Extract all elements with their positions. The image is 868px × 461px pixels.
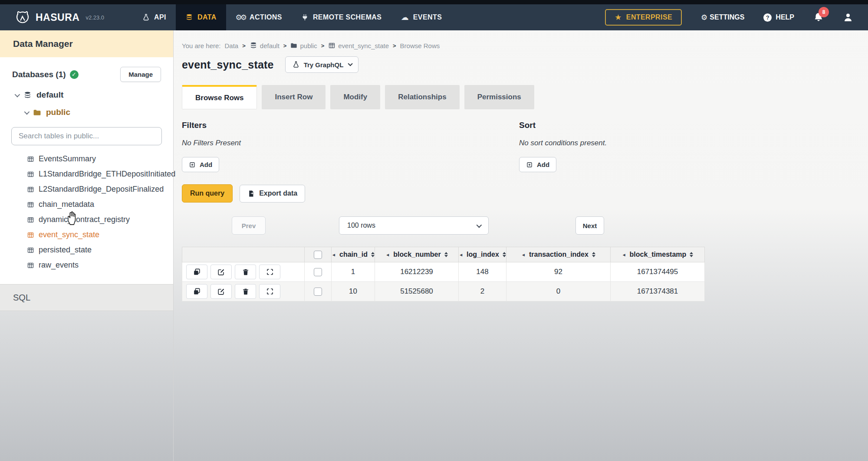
tab-label: Relationships (398, 93, 446, 101)
plug-icon (301, 13, 309, 21)
sidebar-item-sql[interactable]: SQL (0, 284, 173, 311)
row-edit-button[interactable] (210, 265, 232, 279)
row-expand-button[interactable] (259, 265, 280, 279)
tab-modify[interactable]: Modify (330, 85, 380, 109)
row-edit-button[interactable] (210, 284, 232, 299)
breadcrumb-label: Browse Rows (400, 42, 440, 49)
sidebar-item-table-event_sync_state[interactable]: event_sync_state (0, 227, 173, 242)
breadcrumb-separator: > (283, 43, 287, 49)
settings-button[interactable]: ⚙ SETTINGS (701, 13, 744, 21)
browse-rows-table: ◄chain_id◄block_number◄log_index◄transac… (182, 247, 705, 301)
row-expand-button[interactable] (259, 284, 280, 299)
sidebar-item-table-L2StandardBridge_DepositFinalized[interactable]: L2StandardBridge_DepositFinalized (0, 182, 173, 197)
table-cell: 2 (459, 282, 506, 301)
page-size-select[interactable]: 100 rows (339, 216, 489, 235)
chevron-down-icon (24, 109, 30, 114)
sidebar-item-table-chain_metadata[interactable]: chain_metadata (0, 197, 173, 212)
run-query-button[interactable]: Run query (182, 184, 233, 203)
next-page-button[interactable]: Next (575, 216, 604, 235)
table-name-label: EventsSummary (39, 154, 96, 163)
column-sort-control[interactable]: ◄log_index (459, 251, 506, 258)
tab-relationships[interactable]: Relationships (385, 85, 459, 109)
export-data-button[interactable]: Export data (240, 185, 305, 203)
column-sort-control[interactable]: ◄block_timestamp (611, 251, 704, 258)
column-name: log_index (467, 251, 499, 258)
add-filter-button[interactable]: Add (182, 157, 219, 172)
sidebar-item-table-L1StandardBridge_ETHDepositInitiated[interactable]: L1StandardBridge_ETHDepositInitiated (0, 167, 173, 182)
table-cell: 10 (332, 282, 375, 301)
breadcrumb-item-default[interactable]: default (250, 42, 279, 49)
breadcrumb-item-data[interactable]: Data (225, 42, 239, 49)
folder-icon (33, 108, 41, 117)
breadcrumb: You are here: Data>default>public>event_… (182, 42, 868, 49)
user-icon (843, 12, 853, 23)
row-checkbox[interactable] (314, 288, 322, 296)
sidebar-item-table-persisted_state[interactable]: persisted_state (0, 242, 173, 258)
row-copy-button[interactable] (186, 284, 207, 299)
nav-item-label: DATA (197, 13, 217, 21)
breadcrumb-label: Data (225, 42, 239, 49)
settings-label: SETTINGS (710, 13, 744, 21)
row-trash-button[interactable] (235, 265, 256, 279)
table-name-label: event_sync_state (39, 230, 99, 239)
prev-page-button[interactable]: Prev (232, 216, 266, 235)
row-trash-button[interactable] (235, 284, 256, 299)
nav-item-data[interactable]: DATA (176, 4, 226, 30)
column-sort-control[interactable]: ◄transaction_index (506, 251, 610, 258)
export-data-label: Export data (259, 190, 297, 197)
table-row: 116212239148921671374495 (182, 262, 705, 282)
sidebar-item-table-EventsSummary[interactable]: EventsSummary (0, 151, 173, 167)
pagination: Prev 100 rows Next (182, 216, 868, 235)
help-icon: ? (763, 13, 772, 22)
column-name: block_number (393, 251, 441, 258)
help-button[interactable]: ? HELP (763, 13, 794, 22)
search-input[interactable] (11, 127, 162, 145)
row-checkbox[interactable] (314, 268, 322, 276)
nav-item-events[interactable]: ☁EVENTS (391, 4, 451, 30)
select-all-checkbox[interactable] (314, 251, 322, 259)
sidebar-item-database-default[interactable]: default (0, 86, 173, 104)
tab-insert-row[interactable]: Insert Row (262, 85, 326, 109)
chevron-down-icon (348, 61, 353, 66)
nav-item-api[interactable]: API (133, 4, 176, 30)
filters-title: Filters (182, 121, 519, 130)
row-select-cell (305, 282, 332, 301)
add-filter-label: Add (200, 161, 212, 168)
breadcrumb-label: public (300, 42, 317, 49)
table-cell: 1671374381 (611, 282, 705, 301)
table-header: ◄chain_id◄block_number◄log_index◄transac… (182, 247, 705, 262)
breadcrumb-item-event_sync_state[interactable]: event_sync_state (328, 42, 389, 49)
sql-label: SQL (13, 293, 30, 303)
column-sort-control[interactable]: ◄block_number (375, 251, 458, 258)
sort-section: Sort No sort conditions present. Add (519, 121, 607, 172)
try-graphql-button[interactable]: Try GraphQL (285, 56, 359, 73)
tab-browse-rows[interactable]: Browse Rows (182, 85, 257, 109)
user-menu-button[interactable] (843, 12, 853, 23)
databases-label: Databases (1) (12, 70, 66, 79)
sidebar-item-table-dynamic_contract_registry[interactable]: dynamic_contract_registry (0, 212, 173, 227)
sidebar-item-table-raw_events[interactable]: raw_events (0, 258, 173, 273)
table-cell: 1 (332, 262, 375, 282)
flask-icon (293, 61, 299, 69)
enterprise-button[interactable]: ★ ENTERPRISE (605, 9, 682, 26)
row-copy-button[interactable] (186, 265, 207, 279)
table-list: EventsSummaryL1StandardBridge_ETHDeposit… (0, 151, 173, 273)
notifications-button[interactable]: 8 (813, 12, 824, 23)
nav-item-actions[interactable]: ⚙⚙ACTIONS (226, 4, 292, 30)
trash-icon (242, 288, 250, 296)
sidebar-item-schema-public[interactable]: public (0, 104, 173, 121)
tab-permissions[interactable]: Permissions (464, 85, 534, 109)
schema-name: public (46, 108, 70, 117)
column-sort-control[interactable]: ◄chain_id (332, 251, 375, 258)
manage-button[interactable]: Manage (120, 67, 161, 82)
breadcrumb-item-public[interactable]: public (290, 42, 317, 49)
hasura-logo-link[interactable]: HASURA v2.23.0 (15, 10, 104, 25)
add-sort-button[interactable]: Add (519, 157, 556, 172)
table-icon (27, 156, 34, 163)
nav-item-remote-schemas[interactable]: REMOTE SCHEMAS (292, 4, 391, 30)
database-icon (250, 42, 257, 49)
main-content: You are here: Data>default>public>event_… (174, 30, 868, 461)
main-nav: APIDATA⚙⚙ACTIONSREMOTE SCHEMAS☁EVENTS (133, 4, 451, 30)
breadcrumb-separator: > (321, 43, 325, 49)
table-icon (27, 232, 34, 239)
